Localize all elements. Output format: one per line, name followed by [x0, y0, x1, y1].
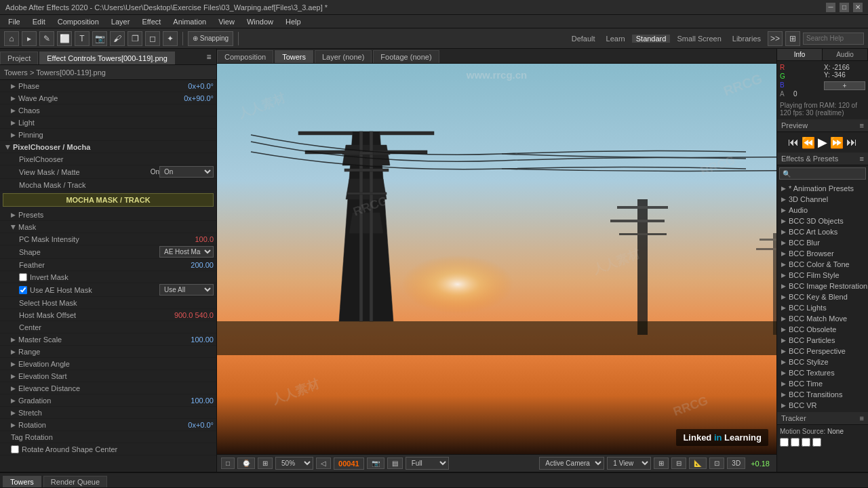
presets-triangle[interactable]: ▶ — [11, 211, 16, 218]
tab-project[interactable]: Project — [0, 52, 38, 64]
shape-icon[interactable]: ⬜ — [57, 31, 72, 46]
menu-animation[interactable]: Animation — [167, 16, 212, 27]
rotatearound-checkbox[interactable] — [11, 445, 19, 453]
preset-bcc-transitions[interactable]: ▶BCC Transitions — [778, 389, 867, 400]
tab-info[interactable]: Info — [777, 49, 823, 60]
workspace-more-icon[interactable]: >> — [768, 31, 783, 46]
elevangle-triangle[interactable]: ▶ — [11, 361, 16, 367]
camera-icon[interactable]: 📷 — [92, 31, 107, 46]
preview-prev-btn[interactable]: ⏪ — [802, 136, 815, 149]
menu-help[interactable]: Help — [280, 16, 307, 27]
elevstart-triangle[interactable]: ▶ — [11, 373, 16, 380]
quality-dropdown[interactable]: FullHalfQuarter — [406, 457, 449, 470]
tab-footage[interactable]: Footage (none) — [373, 50, 439, 63]
snapshot-btn[interactable]: 📷 — [367, 458, 384, 469]
preset-bcc-3d-objects[interactable]: ▶BCC 3D Objects — [778, 216, 867, 226]
viewmask-dropdown[interactable]: OnOff — [159, 166, 214, 178]
tab-effect-controls[interactable]: Effect Controls Towers[000-119].png — [39, 52, 175, 64]
pinning-triangle[interactable]: ▶ — [11, 131, 16, 138]
workspace-smallscreen[interactable]: Small Screen — [673, 35, 725, 43]
menu-edit[interactable]: Edit — [27, 16, 51, 27]
brush-icon[interactable]: 🖌 — [110, 31, 125, 46]
range-triangle[interactable]: ▶ — [11, 348, 16, 355]
preset-audio[interactable]: ▶Audio — [778, 205, 867, 216]
phase-value[interactable]: 0x+0.0° — [188, 82, 214, 90]
preset-bcc-color-tone[interactable]: ▶BCC Color & Tone — [778, 259, 867, 270]
tab-layer[interactable]: Layer (none) — [315, 50, 372, 63]
preset-bcc-time[interactable]: ▶BCC Time — [778, 378, 867, 389]
show-channel-btn[interactable]: ▤ — [387, 458, 403, 469]
minimize-button[interactable]: ─ — [826, 3, 835, 12]
toggle-region-btn[interactable]: □ — [221, 458, 235, 469]
gradation-value[interactable]: 100.00 — [191, 396, 214, 405]
preset-bcc-blur[interactable]: ▶BCC Blur — [778, 237, 867, 248]
snapping-button[interactable]: ⊕ Snapping — [188, 31, 233, 46]
stretch-triangle[interactable]: ▶ — [11, 409, 16, 416]
pixelchooser-triangle[interactable]: ▶ — [5, 144, 12, 149]
menu-layer[interactable]: Layer — [106, 16, 136, 27]
tab-composition[interactable]: Composition — [217, 50, 273, 63]
rulers-btn[interactable]: 📐 — [689, 458, 707, 469]
preset-bcc-match-move[interactable]: ▶BCC Match Move — [778, 313, 867, 324]
frame-nav-btn[interactable]: ◁ — [316, 458, 331, 469]
useaehost-dropdown[interactable]: Use All — [159, 284, 214, 296]
viewport[interactable]: RRCG 人人素材 RRCG 人人素材 RRCG RRCG 人人素材 www.r… — [217, 64, 776, 454]
preview-next-btn[interactable]: ⏩ — [830, 136, 844, 149]
menu-file[interactable]: File — [3, 16, 26, 27]
tracker-checkbox-3[interactable] — [802, 438, 810, 447]
tracker-checkbox-2[interactable] — [791, 438, 800, 447]
preset-3d-channel[interactable]: ▶3D Channel — [778, 194, 867, 205]
workspace-libraries[interactable]: Libraries — [728, 35, 765, 43]
preset-bcc-browser[interactable]: ▶BCC Browser — [778, 248, 867, 259]
hostoffset-value[interactable]: 900.0 540.0 — [174, 311, 214, 319]
invertmask-checkbox[interactable] — [19, 273, 27, 281]
preset-bcc-art-looks[interactable]: ▶BCC Art Looks — [778, 226, 867, 237]
select-icon[interactable]: ▸ — [22, 31, 37, 46]
masterscale-value[interactable]: 100.00 — [191, 336, 214, 344]
shape-dropdown[interactable]: AE Host Mask — [159, 246, 214, 258]
type-icon[interactable]: T — [75, 31, 90, 46]
preview-first-btn[interactable]: ⏮ — [788, 136, 799, 148]
feather-value[interactable]: 200.00 — [191, 261, 214, 269]
elevdist-triangle[interactable]: ▶ — [11, 385, 16, 392]
preset-bcc-particles[interactable]: ▶BCC Particles — [778, 335, 867, 346]
tab-towers-comp[interactable]: Towers — [275, 50, 313, 63]
preset-bcc-lights[interactable]: ▶BCC Lights — [778, 302, 867, 313]
preview-last-btn[interactable]: ⏭ — [846, 136, 857, 148]
preset-bcc-stylize[interactable]: ▶BCC Stylize — [778, 357, 867, 367]
panel-menu-icon[interactable]: ≡ — [201, 49, 216, 64]
workspace-standard[interactable]: Standard — [632, 35, 671, 43]
home-icon[interactable]: ⌂ — [4, 31, 19, 46]
frame-rate-btn[interactable]: ⌚ — [237, 458, 255, 469]
workspace-learn[interactable]: Learn — [602, 35, 629, 43]
menu-effect[interactable]: Effect — [136, 16, 166, 27]
guides-btn[interactable]: ⊟ — [671, 458, 686, 469]
preset-bcc-obsolete[interactable]: ▶BCC Obsolete — [778, 324, 867, 335]
tab-audio[interactable]: Audio — [823, 49, 868, 60]
menu-view[interactable]: View — [213, 16, 240, 27]
waveangle-value[interactable]: 0x+90.0° — [184, 94, 214, 102]
menu-window[interactable]: Window — [241, 16, 279, 27]
pen-icon[interactable]: ✎ — [39, 31, 54, 46]
safe-zones-btn[interactable]: ⊡ — [709, 458, 724, 469]
mask-triangle[interactable]: ▶ — [10, 224, 17, 229]
preset-bcc-film-style[interactable]: ▶BCC Film Style — [778, 270, 867, 281]
preset-bcc-key-blend[interactable]: ▶BCC Key & Blend — [778, 291, 867, 302]
gradation-triangle[interactable]: ▶ — [11, 397, 16, 404]
search-help-input[interactable] — [803, 33, 864, 45]
puppet-icon[interactable]: ✦ — [163, 31, 178, 46]
preset-bcc-image-restoration[interactable]: ▶BCC Image Restoration — [778, 281, 867, 291]
zoom-dropdown[interactable]: 50%100%25% — [275, 457, 313, 470]
preview-play-btn[interactable]: ▶ — [818, 135, 827, 150]
3d-mode-btn[interactable]: 3D — [727, 458, 745, 469]
expand-panels-icon[interactable]: ⊞ — [785, 31, 800, 46]
close-button[interactable]: ✕ — [853, 3, 863, 12]
workspace-default[interactable]: Default — [568, 35, 599, 43]
preset-animation-presets[interactable]: ▶* Animation Presets — [778, 183, 867, 194]
view-count-dropdown[interactable]: 1 View2 Views — [607, 457, 651, 470]
masterscale-triangle[interactable]: ▶ — [11, 336, 16, 343]
preset-bcc-vr[interactable]: ▶BCC VR — [778, 400, 867, 411]
maximize-button[interactable]: □ — [840, 3, 849, 12]
grid-btn[interactable]: ⊞ — [654, 458, 669, 469]
preset-bcc-perspective[interactable]: ▶BCC Perspective — [778, 346, 867, 357]
